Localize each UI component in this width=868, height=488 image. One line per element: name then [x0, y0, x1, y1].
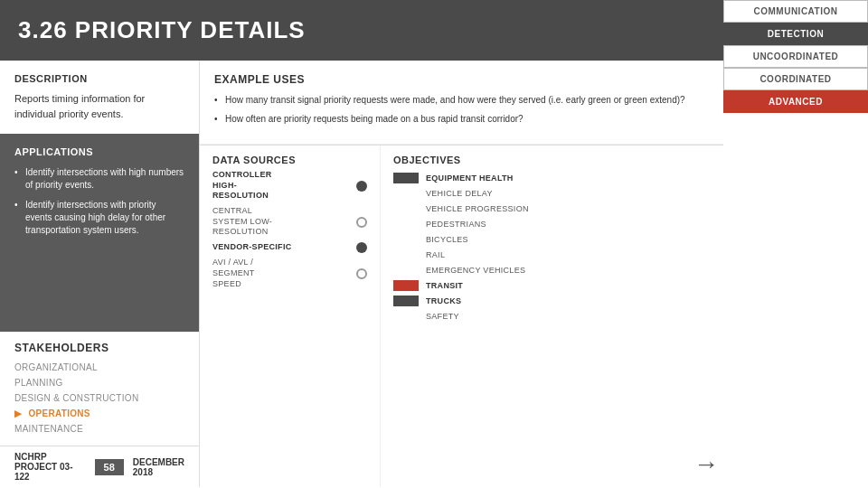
stakeholders-heading: STAKEHOLDERS: [14, 342, 184, 354]
obj-rail: RAIL: [393, 249, 711, 260]
sidebar-item-coordinated[interactable]: COORDINATED: [723, 68, 868, 90]
obj-pedestrians: PEDESTRIANS: [393, 219, 711, 230]
sidebar-item-advanced[interactable]: ADVANCED: [723, 90, 868, 113]
obj-equipment-health: EQUIPMENT HEALTH: [393, 173, 711, 183]
obj-bar-vehicle-delay: [393, 188, 419, 199]
obj-bar-emergency: [393, 265, 419, 276]
obj-label-bicycles: BICYCLES: [426, 235, 468, 244]
ds-label-vendor: VENDOR-SPECIFIC: [212, 242, 351, 253]
obj-bar-pedestrians: [393, 219, 419, 230]
nchrp-label: NCHRP PROJECT 03-122: [14, 452, 86, 482]
obj-label-safety: SAFETY: [426, 312, 459, 321]
example-uses-section: EXAMPLE USES How many transit signal pri…: [200, 61, 723, 145]
obj-bicycles: BICYCLES: [393, 234, 711, 245]
obj-label-rail: RAIL: [426, 250, 445, 259]
obj-label-transit: TRANSIT: [426, 281, 463, 290]
stakeholders-section: STAKEHOLDERS ORGANIZATIONAL PLANNING DES…: [0, 332, 199, 446]
data-objectives-row: DATA SOURCES CONTROLLERHIGH-RESOLUTION C…: [200, 145, 723, 487]
obj-label-progression: VEHICLE PROGRESSION: [426, 204, 529, 213]
obj-bar-transit: [393, 280, 419, 291]
stakeholder-planning: PLANNING: [14, 375, 184, 390]
ds-label-controller: CONTROLLERHIGH-RESOLUTION: [212, 170, 351, 202]
obj-bar-progression: [393, 203, 419, 214]
nav-arrow[interactable]: →: [693, 450, 719, 479]
sidebar-item-detection[interactable]: DETECTION: [723, 23, 868, 45]
ds-dot-central: [356, 217, 367, 228]
ds-controller: CONTROLLERHIGH-RESOLUTION: [212, 170, 367, 202]
stakeholder-maintenance: MAINTENANCE: [14, 421, 184, 436]
page-header: 3.26 PRIORITY DETAILS: [0, 0, 723, 61]
ds-vendor: VENDOR-SPECIFIC: [212, 242, 367, 253]
obj-emergency: EMERGENCY VEHICLES: [393, 265, 711, 276]
applications-list: Identify intersections with high numbers…: [14, 166, 184, 244]
obj-safety: SAFETY: [393, 311, 711, 322]
sidebar-labels: COMMUNICATION DETECTION UNCOORDINATED CO…: [723, 0, 868, 113]
sidebar-item-uncoordinated[interactable]: UNCOORDINATED: [723, 45, 868, 68]
list-item: How many transit signal priority request…: [214, 93, 709, 107]
ds-dot-avi: [356, 268, 367, 279]
applications-heading: APPLICATIONS: [14, 146, 184, 157]
ds-central: CENTRALSYSTEM LOW-RESOLUTION: [212, 206, 367, 238]
obj-bar-equipment: [393, 173, 419, 183]
ds-label-central: CENTRALSYSTEM LOW-RESOLUTION: [212, 206, 351, 238]
date-label: DECEMBER 2018: [133, 457, 184, 477]
stakeholder-design: DESIGN & CONSTRUCTION: [14, 390, 184, 406]
obj-vehicle-delay: VEHICLE DELAY: [393, 188, 711, 199]
obj-label-emergency: EMERGENCY VEHICLES: [426, 266, 525, 275]
sidebar-item-communication[interactable]: COMMUNICATION: [723, 0, 868, 23]
arrow-icon: ▶: [14, 408, 22, 418]
ds-dot-controller: [356, 181, 367, 192]
obj-transit: TRANSIT: [393, 280, 711, 291]
example-uses-heading: EXAMPLE USES: [214, 73, 709, 86]
page-title: 3.26 PRIORITY DETAILS: [18, 16, 306, 43]
main-content: 3.26 PRIORITY DETAILS DESCRIPTION Report…: [0, 0, 723, 488]
ds-label-avi: AVI / AVL /SEGMENTSPEED: [212, 258, 351, 289]
obj-label-vehicle-delay: VEHICLE DELAY: [426, 189, 493, 198]
obj-trucks: TRUCKS: [393, 296, 711, 306]
obj-bar-bicycles: [393, 234, 419, 245]
applications-section: APPLICATIONS Identify intersections with…: [0, 134, 199, 332]
objectives-section: OBJECTIVES EQUIPMENT HEALTH VEHICLE DELA…: [381, 145, 723, 487]
description-text: Reports timing information for individua…: [14, 91, 184, 121]
objectives-heading: OBJECTIVES: [393, 155, 711, 165]
list-item: Identify intersections with high numbers…: [14, 166, 184, 192]
obj-bar-safety: [393, 311, 419, 322]
ds-dot-vendor: [356, 242, 367, 253]
obj-vehicle-progression: VEHICLE PROGRESSION: [393, 203, 711, 214]
footer-row: NCHRP PROJECT 03-122 58 DECEMBER 2018: [0, 446, 199, 487]
obj-label-pedestrians: PEDESTRIANS: [426, 220, 486, 229]
stakeholder-organizational: ORGANIZATIONAL: [14, 360, 184, 375]
body-layout: DESCRIPTION Reports timing information f…: [0, 61, 723, 487]
left-column: DESCRIPTION Reports timing information f…: [0, 61, 199, 487]
page-number: 58: [95, 459, 124, 475]
example-uses-list: How many transit signal priority request…: [214, 93, 709, 126]
obj-label-equipment: EQUIPMENT HEALTH: [426, 174, 514, 183]
list-item: How often are priority requests being ma…: [214, 112, 709, 126]
list-item: Identify intersections with priority eve…: [14, 199, 184, 237]
obj-bar-trucks: [393, 296, 419, 306]
data-sources-section: DATA SOURCES CONTROLLERHIGH-RESOLUTION C…: [200, 145, 381, 487]
right-column: EXAMPLE USES How many transit signal pri…: [199, 61, 723, 487]
stakeholder-operations[interactable]: ▶ OPERATIONS: [14, 406, 184, 421]
obj-bar-rail: [393, 249, 419, 260]
data-sources-heading: DATA SOURCES: [212, 155, 367, 165]
ds-avi: AVI / AVL /SEGMENTSPEED: [212, 258, 367, 289]
description-section: DESCRIPTION Reports timing information f…: [0, 61, 199, 134]
description-heading: DESCRIPTION: [14, 73, 184, 84]
obj-label-trucks: TRUCKS: [426, 296, 461, 305]
